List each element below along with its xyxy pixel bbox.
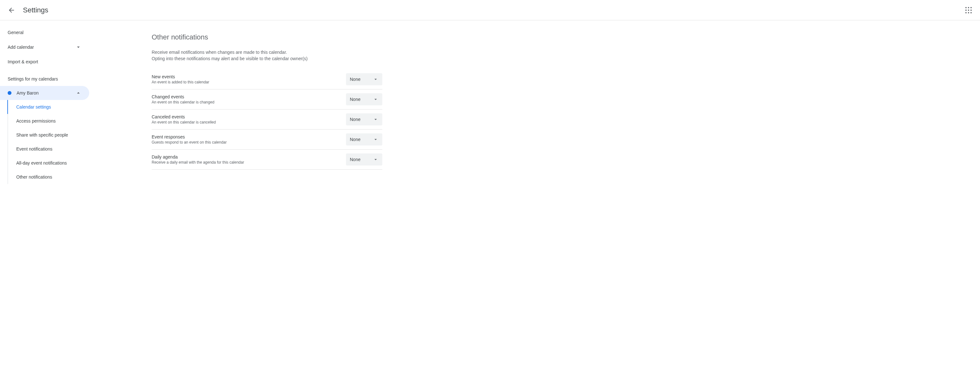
dropdown-value: None — [350, 157, 360, 162]
subnav-label: Event notifications — [16, 146, 52, 152]
calendar-name-label: Amy Baron — [17, 90, 38, 95]
section-description: Receive email notifications when changes… — [152, 49, 382, 62]
calendar-color-dot — [8, 91, 11, 95]
dropdown-value: None — [350, 137, 360, 142]
page-title: Settings — [23, 6, 48, 14]
dropdown-value: None — [350, 97, 360, 102]
content-container: General Add calendar Import & export Set… — [0, 21, 500, 189]
sidebar-section-heading: Settings for my calendars — [0, 69, 89, 86]
subnav-calendar-settings[interactable]: Calendar settings — [7, 100, 89, 114]
back-button[interactable] — [5, 4, 18, 17]
section-desc-line2: Opting into these notifications may aler… — [152, 55, 382, 62]
chevron-down-icon — [373, 117, 379, 122]
sidebar-item-add-calendar[interactable]: Add calendar — [0, 40, 89, 55]
subnav-event-notifications[interactable]: Event notifications — [7, 142, 89, 156]
subnav: Calendar settings Access permissions Sha… — [8, 100, 89, 184]
notification-text: New events An event is added to this cal… — [152, 74, 346, 84]
notification-subtitle: An event on this calendar is cancelled — [152, 120, 346, 124]
app-header: Settings — [0, 0, 980, 21]
notification-subtitle: An event on this calendar is changed — [152, 100, 346, 105]
dropdown-new-events[interactable]: None — [346, 73, 382, 85]
section-desc-line1: Receive email notifications when changes… — [152, 49, 382, 55]
subnav-allday-notifications[interactable]: All-day event notifications — [7, 156, 89, 170]
section-title: Other notifications — [152, 33, 382, 41]
notification-title: Event responses — [152, 134, 346, 139]
notification-subtitle: Guests respond to an event on this calen… — [152, 140, 346, 144]
chevron-down-icon — [373, 157, 379, 162]
chevron-down-icon — [373, 97, 379, 102]
sidebar: General Add calendar Import & export Set… — [0, 21, 89, 189]
dropdown-daily-agenda[interactable]: None — [346, 154, 382, 166]
chevron-down-icon — [373, 76, 379, 82]
dropdown-changed-events[interactable]: None — [346, 93, 382, 105]
subnav-access-permissions[interactable]: Access permissions — [7, 114, 89, 128]
notification-title: Changed events — [152, 94, 346, 99]
subnav-label: Share with specific people — [16, 132, 68, 138]
chevron-down-icon — [373, 136, 379, 142]
sidebar-item-import-export[interactable]: Import & export — [0, 55, 89, 69]
arrow-left-icon — [8, 6, 15, 14]
notification-title: New events — [152, 74, 346, 79]
sidebar-calendar-item[interactable]: Amy Baron — [0, 86, 89, 100]
subnav-label: Access permissions — [16, 119, 56, 124]
main-content: Other notifications Receive email notifi… — [89, 21, 382, 189]
chevron-up-icon — [75, 90, 81, 96]
sidebar-label: General — [8, 30, 24, 35]
subnav-share-people[interactable]: Share with specific people — [7, 128, 89, 142]
sidebar-item-general[interactable]: General — [0, 25, 89, 40]
dropdown-value: None — [350, 117, 360, 122]
notification-text: Event responses Guests respond to an eve… — [152, 134, 346, 144]
sidebar-label: Add calendar — [8, 44, 34, 50]
notification-text: Daily agenda Receive a daily email with … — [152, 154, 346, 165]
calendar-item-left: Amy Baron — [8, 90, 38, 95]
apps-launcher-button[interactable] — [962, 4, 975, 17]
subnav-label: All-day event notifications — [16, 160, 67, 166]
notification-row-canceled-events: Canceled events An event on this calenda… — [152, 109, 382, 130]
notification-subtitle: An event is added to this calendar — [152, 80, 346, 84]
notification-row-new-events: New events An event is added to this cal… — [152, 70, 382, 89]
notification-text: Changed events An event on this calendar… — [152, 94, 346, 105]
dropdown-canceled-events[interactable]: None — [346, 113, 382, 125]
chevron-down-icon — [75, 44, 81, 50]
notification-subtitle: Receive a daily email with the agenda fo… — [152, 160, 346, 165]
notification-text: Canceled events An event on this calenda… — [152, 114, 346, 124]
subnav-other-notifications[interactable]: Other notifications — [7, 170, 89, 184]
dropdown-value: None — [350, 77, 360, 82]
subnav-label: Calendar settings — [16, 105, 51, 109]
dropdown-event-responses[interactable]: None — [346, 133, 382, 146]
sidebar-label: Import & export — [8, 59, 38, 64]
notification-row-changed-events: Changed events An event on this calendar… — [152, 89, 382, 109]
notification-row-daily-agenda: Daily agenda Receive a daily email with … — [152, 150, 382, 170]
apps-grid-icon — [965, 7, 972, 13]
notification-title: Daily agenda — [152, 154, 346, 160]
notification-title: Canceled events — [152, 114, 346, 119]
subnav-label: Other notifications — [16, 174, 52, 179]
notification-row-event-responses: Event responses Guests respond to an eve… — [152, 130, 382, 150]
